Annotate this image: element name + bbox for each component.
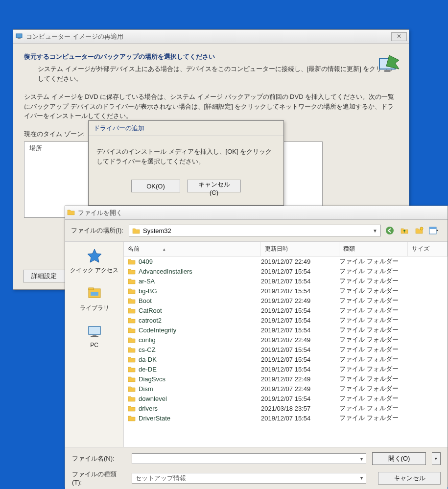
file-row[interactable]: Dism2019/12/07 22:49ファイル フォルダー [124, 384, 448, 394]
file-type: ファイル フォルダー [339, 345, 408, 354]
location-value: System32 [143, 227, 171, 234]
file-row[interactable]: CodeIntegrity2019/12/07 15:54ファイル フォルダー [124, 325, 448, 335]
up-button[interactable] [400, 226, 409, 235]
file-list: 名前▴ 更新日時 種類 サイズ 04092019/12/07 22:49ファイル… [124, 242, 448, 447]
svg-rect-7 [429, 227, 436, 229]
file-type: ファイル フォルダー [339, 257, 408, 266]
fileopen-titlebar[interactable]: ファイルを開く [65, 206, 448, 220]
file-name: bg-BG [139, 287, 157, 295]
place-library[interactable]: ライブラリ [80, 285, 109, 312]
filetype-combo[interactable]: セットアップ情報 ▾ [132, 473, 366, 484]
file-date: 2019/12/07 15:54 [261, 346, 339, 353]
place-pc[interactable]: PC [86, 323, 103, 349]
file-type: ファイル フォルダー [339, 394, 408, 403]
file-name: DriverState [139, 415, 170, 422]
col-type[interactable]: 種類 [339, 242, 408, 256]
file-type: ファイル フォルダー [339, 355, 408, 364]
chevron-down-icon: ▾ [360, 475, 363, 481]
svg-rect-0 [16, 34, 22, 38]
file-row[interactable]: de-DE2019/12/07 15:54ファイル フォルダー [124, 364, 448, 374]
chevron-down-icon: ▾ [360, 456, 363, 462]
new-folder-button[interactable] [414, 226, 424, 235]
file-type: ファイル フォルダー [339, 326, 408, 334]
file-row[interactable]: Boot2019/12/07 22:49ファイル フォルダー [124, 296, 448, 305]
window-icon [15, 32, 23, 41]
file-name: de-DE [139, 366, 157, 373]
fileopen-cancel-button[interactable]: キャンセル [378, 472, 441, 485]
file-type: ファイル フォルダー [339, 267, 408, 276]
file-date: 2019/12/07 15:54 [261, 395, 339, 402]
file-name: catroot2 [139, 317, 162, 324]
reimage-titlebar[interactable]: コンピューター イメージの再適用 ✕ [13, 30, 409, 44]
file-row[interactable]: ar-SA2019/12/07 15:54ファイル フォルダー [124, 276, 448, 286]
svg-rect-11 [89, 326, 100, 334]
file-date: 2019/12/07 15:54 [261, 307, 339, 314]
file-type: ファイル フォルダー [339, 414, 408, 422]
view-menu-button[interactable] [429, 226, 439, 235]
file-list-header[interactable]: 名前▴ 更新日時 種類 サイズ [124, 242, 448, 256]
add-driver-dialog: ドライバーの追加 デバイスのインストール メディアを挿入し、[OK] をクリック… [88, 120, 284, 206]
advanced-button[interactable]: 詳細設定 [23, 270, 65, 282]
monitor-restore-icon [377, 54, 400, 78]
file-date: 2019/12/07 15:54 [261, 415, 339, 422]
file-name: AdvancedInstallers [139, 268, 192, 275]
fileopen-title: ファイルを開く [78, 209, 446, 217]
close-button[interactable]: ✕ [391, 32, 407, 41]
file-row[interactable]: AdvancedInstallers2019/12/07 15:54ファイル フ… [124, 266, 448, 276]
add-driver-title: ドライバーの追加 [89, 121, 283, 136]
file-row[interactable]: drivers2021/03/18 23:57ファイル フォルダー [124, 403, 448, 413]
location-combo[interactable]: System32 ▼ [129, 225, 381, 236]
file-type: ファイル フォルダー [339, 306, 408, 315]
col-size[interactable]: サイズ [408, 242, 448, 256]
cancel-button[interactable]: キャンセル(C) [187, 180, 241, 192]
file-type: ファイル フォルダー [339, 316, 408, 325]
back-button[interactable] [385, 226, 395, 235]
file-type: ファイル フォルダー [339, 335, 408, 344]
places-bar: クイック アクセス ライブラリ PC [65, 242, 124, 447]
open-button[interactable]: 開く(O) [372, 452, 426, 465]
file-name: drivers [139, 405, 158, 412]
file-row[interactable]: bg-BG2019/12/07 15:54ファイル フォルダー [124, 286, 448, 296]
file-date: 2021/03/18 23:57 [261, 405, 339, 412]
file-name: CodeIntegrity [139, 326, 176, 334]
file-row[interactable]: 04092019/12/07 22:49ファイル フォルダー [124, 256, 448, 266]
file-type: ファイル フォルダー [339, 404, 408, 413]
file-row[interactable]: catroot22019/12/07 15:54ファイル フォルダー [124, 315, 448, 325]
file-type: ファイル フォルダー [339, 365, 408, 373]
column-header-location: 場所 [29, 144, 42, 152]
col-name[interactable]: 名前 [128, 245, 140, 253]
place-quick-access[interactable]: クイック アクセス [70, 248, 118, 275]
svg-rect-12 [93, 335, 96, 336]
file-name: downlevel [139, 395, 167, 402]
reimage-heading: 復元するコンピューターのバックアップの場所を選択してください [24, 52, 398, 61]
svg-rect-13 [91, 336, 98, 337]
location-label: ファイルの場所(I): [71, 226, 125, 235]
file-row[interactable]: DriverState2019/12/07 15:54ファイル フォルダー [124, 413, 448, 423]
file-name: cs-CZ [139, 346, 156, 353]
ok-button[interactable]: OK(O) [131, 180, 180, 192]
file-date: 2019/12/07 15:54 [261, 326, 339, 334]
open-split-button[interactable]: ▾ [432, 452, 441, 465]
filename-input[interactable]: ▾ [132, 453, 366, 464]
file-row[interactable]: DiagSvcs2019/12/07 22:49ファイル フォルダー [124, 374, 448, 384]
file-date: 2019/12/07 15:54 [261, 366, 339, 373]
file-row[interactable]: config2019/12/07 22:49ファイル フォルダー [124, 335, 448, 345]
reimage-sub1: システム イメージが外部デバイス上にある場合は、デバイスをこのコンピューターに接… [38, 64, 398, 83]
file-date: 2019/12/07 22:49 [261, 258, 339, 265]
file-row[interactable]: da-DK2019/12/07 15:54ファイル フォルダー [124, 354, 448, 364]
file-row[interactable]: CatRoot2019/12/07 15:54ファイル フォルダー [124, 305, 448, 315]
svg-rect-10 [91, 292, 98, 296]
folder-open-icon [67, 209, 75, 217]
file-name: Boot [139, 297, 152, 304]
file-date: 2019/12/07 22:49 [261, 297, 339, 304]
file-row[interactable]: cs-CZ2019/12/07 15:54ファイル フォルダー [124, 345, 448, 354]
reimage-title: コンピューター イメージの再適用 [26, 32, 391, 41]
filetype-label: ファイルの種類(T): [72, 470, 126, 486]
file-row[interactable]: downlevel2019/12/07 15:54ファイル フォルダー [124, 394, 448, 403]
col-date[interactable]: 更新日時 [261, 242, 339, 256]
file-name: CatRoot [139, 307, 162, 314]
star-icon [86, 248, 103, 264]
filetype-value: セットアップ情報 [135, 474, 186, 483]
file-date: 2019/12/07 15:54 [261, 268, 339, 275]
file-open-dialog: ファイルを開く ファイルの場所(I): System32 ▼ クイック アクセス… [65, 206, 448, 487]
